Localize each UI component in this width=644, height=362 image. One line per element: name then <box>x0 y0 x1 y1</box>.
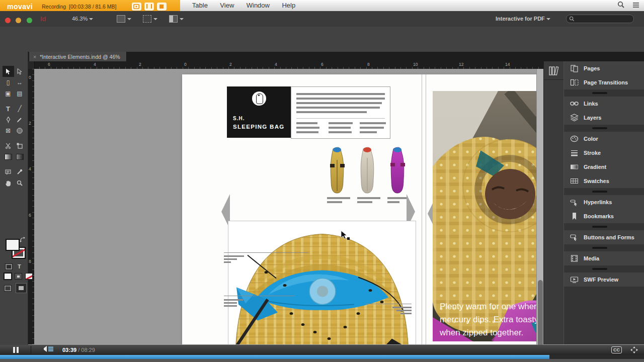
magnifier-icon <box>17 180 23 186</box>
panel-hyperlinks[interactable]: Hyperlinks <box>564 195 644 209</box>
minimize-window-button[interactable] <box>16 18 21 23</box>
rectangle-frame-tool[interactable]: ⊠ <box>3 125 14 136</box>
screen-mode-button[interactable] <box>143 15 157 23</box>
closed-captions-button[interactable]: CC <box>611 346 622 353</box>
apply-color-button[interactable] <box>4 273 12 280</box>
panel-pages[interactable]: Pages <box>564 61 644 75</box>
zoom-tool[interactable] <box>14 177 26 189</box>
lifestyle-photo: ALITE Plenty warm for one when the mercu… <box>433 91 536 341</box>
pen-tool[interactable] <box>3 114 14 125</box>
gradient-icon <box>5 154 12 160</box>
library-panel-button[interactable] <box>548 65 559 78</box>
menu-view[interactable]: View <box>215 0 239 9</box>
player-pause-button[interactable] <box>13 347 19 353</box>
arrange-documents-button[interactable] <box>169 15 184 23</box>
page-divider <box>426 74 426 344</box>
dock-group-divider[interactable] <box>564 244 644 251</box>
vertical-ruler[interactable]: 0 2 4 6 8 <box>28 69 34 344</box>
menu-help[interactable]: Help <box>277 0 300 9</box>
brand-name: SLEEPING BAG <box>233 124 285 130</box>
apply-gradient-button[interactable] <box>15 273 22 280</box>
content-collector-tool[interactable]: ▣ <box>3 88 14 99</box>
dock-group-divider[interactable] <box>564 125 644 132</box>
panel-media[interactable]: Media <box>564 251 644 265</box>
document-tab[interactable]: × *Interactive Elements.indd @ 46% <box>29 52 127 61</box>
workspace-switcher[interactable]: Interactive for PDF <box>496 16 550 22</box>
zoom-window-button[interactable] <box>27 18 32 23</box>
dock-group-divider[interactable] <box>564 89 644 97</box>
dock-group-divider[interactable] <box>564 265 644 273</box>
eyedropper-tool[interactable] <box>14 166 26 177</box>
panel-swf-preview[interactable]: SWF Preview <box>564 273 644 287</box>
pause-recording-button[interactable] <box>144 3 154 11</box>
note-tool[interactable] <box>3 166 14 177</box>
spotlight-search-icon[interactable] <box>617 1 625 11</box>
slideshow-frame[interactable] <box>228 221 416 344</box>
search-input[interactable] <box>566 15 634 23</box>
swf-preview-icon <box>570 276 579 284</box>
hand-icon <box>5 180 11 187</box>
free-transform-icon <box>17 143 23 149</box>
player-volume-button[interactable] <box>42 345 55 354</box>
stop-recording-button[interactable] <box>157 3 167 11</box>
panel-page-transitions[interactable]: Page Transitions <box>564 75 644 89</box>
view-options-button[interactable] <box>117 15 131 23</box>
menu-window[interactable]: Window <box>242 0 275 9</box>
selection-tool[interactable] <box>3 66 14 77</box>
formatting-affects-container-button[interactable] <box>5 263 13 270</box>
swap-fill-stroke-icon[interactable] <box>20 237 26 243</box>
panel-layers[interactable]: Layers <box>564 111 644 125</box>
panel-bookmarks[interactable]: Bookmarks <box>564 209 644 223</box>
gradient-swatch-tool[interactable] <box>3 151 14 162</box>
player-progress-track[interactable] <box>0 355 644 359</box>
zoom-level-dropdown[interactable]: 46.3% <box>72 16 93 22</box>
brand-initials: S.H. <box>233 116 245 121</box>
shape-tool[interactable] <box>14 125 26 136</box>
content-placer-tool[interactable]: ▤ <box>14 88 26 99</box>
type-tool[interactable]: T <box>3 103 14 114</box>
fill-proxy-swatch[interactable] <box>6 239 20 251</box>
normal-view-mode-button[interactable] <box>4 285 12 292</box>
webcam-button[interactable] <box>132 3 141 11</box>
free-transform-tool[interactable] <box>14 140 26 151</box>
formatting-affects-text-button[interactable]: T <box>18 263 21 270</box>
hand-tool[interactable] <box>3 177 14 189</box>
thumbnail-bag-magenta <box>390 147 405 193</box>
notification-center-icon[interactable] <box>632 2 640 11</box>
panel-swatches[interactable]: Swatches <box>564 174 644 188</box>
apply-none-button[interactable] <box>25 273 33 280</box>
indesign-logo: Id <box>40 15 46 23</box>
panel-buttons-and-forms[interactable]: Buttons and Forms <box>564 230 644 244</box>
document-canvas[interactable]: S.H. SLEEPING BAG <box>34 69 536 344</box>
fullscreen-icon <box>630 346 638 353</box>
screen: ect Table View Window Help movavi Record… <box>0 0 644 362</box>
line-tool[interactable]: ╱ <box>14 103 26 114</box>
photo-caption-line2: mercury dips. Extra toasty for tw <box>440 315 536 324</box>
scissors-tool[interactable] <box>3 140 14 151</box>
pencil-tool[interactable] <box>14 114 26 125</box>
stop-icon <box>159 5 164 9</box>
gradient-feather-tool[interactable] <box>14 151 26 162</box>
close-window-button[interactable] <box>5 18 11 23</box>
ruler-origin-corner[interactable] <box>28 61 35 69</box>
panel-links[interactable]: Links <box>564 97 644 111</box>
polygon-shape-icon <box>17 128 23 134</box>
vertical-scrollbar[interactable] <box>536 69 544 344</box>
direct-selection-tool[interactable] <box>14 66 26 77</box>
menu-table[interactable]: Table <box>187 0 213 9</box>
dock-group-divider[interactable] <box>564 223 644 230</box>
product-thumbnails[interactable] <box>323 145 414 205</box>
preview-mode-button[interactable] <box>16 283 27 293</box>
close-tab-button[interactable]: × <box>33 54 36 60</box>
media-icon <box>570 254 579 262</box>
page-tool[interactable]: ▯ <box>3 77 14 88</box>
fullscreen-button[interactable] <box>630 346 638 355</box>
horizontal-ruler[interactable]: 6 4 2 0 2 4 6 8 10 12 14 <box>28 61 543 69</box>
app-bar: Id 46.3% Interactive for PDF <box>0 11 644 27</box>
panel-gradient[interactable]: Gradient <box>564 160 644 174</box>
panel-color[interactable]: Color <box>564 132 644 146</box>
panel-stroke[interactable]: Stroke <box>564 146 644 160</box>
dock-group-divider[interactable] <box>564 188 644 195</box>
player-time: 03:39 / 08:29 <box>62 347 95 353</box>
gap-tool[interactable]: ↔ <box>14 77 26 88</box>
